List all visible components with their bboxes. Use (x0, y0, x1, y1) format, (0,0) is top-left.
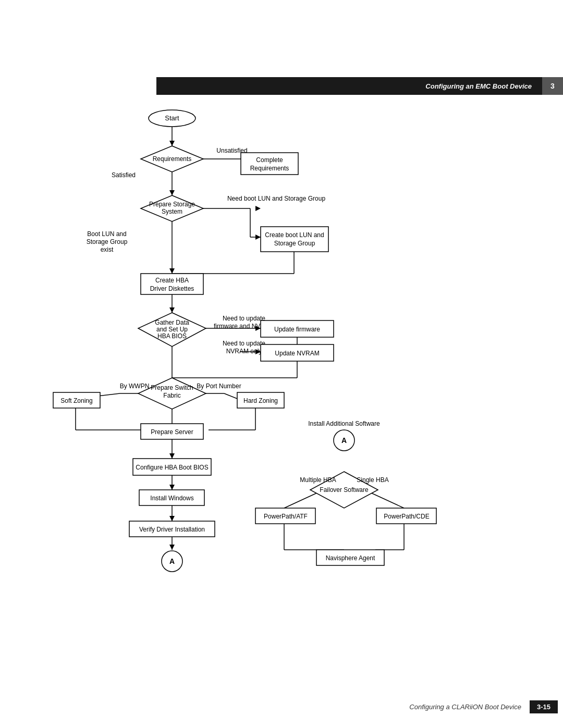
need-nvram-label: Need to update (223, 340, 265, 347)
svg-marker-51 (169, 545, 175, 550)
svg-marker-42 (169, 141, 175, 146)
svg-line-36 (370, 492, 404, 508)
create-hba-label2: Driver Diskettes (150, 285, 194, 292)
single-hba-label: Single HBA (357, 476, 388, 484)
failover-software-label: Failover Software (320, 486, 369, 493)
update-nvram-label: Update NVRAM (275, 350, 319, 357)
verify-driver-label: Verify Driver Installation (139, 526, 205, 533)
svg-marker-45 (169, 307, 175, 313)
need-fw-label: Need to update (223, 315, 265, 322)
svg-rect-64 (261, 227, 328, 252)
svg-marker-44 (169, 268, 175, 274)
update-firmware-label: Update firmware (274, 326, 320, 333)
boot-lun-exist-label: Boot LUN and (87, 230, 126, 238)
create-hba-label: Create HBA (155, 277, 189, 284)
header-bar: Configuring an EMC Boot Device (156, 77, 563, 95)
svg-marker-49 (169, 485, 175, 490)
svg-marker-50 (169, 516, 175, 521)
navisphere-label: Navisphere Agent (326, 554, 375, 562)
chapter-tab: 3 (542, 77, 563, 95)
svg-marker-57 (255, 235, 261, 240)
svg-marker-43 (169, 190, 175, 195)
prepare-server-label: Prepare Server (151, 428, 193, 436)
svg-marker-56 (255, 206, 261, 211)
footer: Configuring a CLARiiON Boot Device 3-15 (0, 700, 563, 713)
footer-text: Configuring a CLARiiON Boot Device (409, 703, 521, 711)
by-port-label: By Port Number (197, 382, 241, 390)
create-boot-lun-label2: Storage Group (274, 240, 315, 247)
gather-data-label3: HBA BIOS (157, 332, 187, 340)
header-title: Configuring an EMC Boot Device (425, 82, 532, 90)
start-label: Start (165, 114, 179, 122)
hard-zoning-label: Hard Zoning (243, 397, 278, 404)
circle-a-left-label: A (169, 557, 175, 565)
gather-data-label: Gather Data (155, 319, 189, 326)
configure-hba-label: Configure HBA Boot BIOS (136, 464, 208, 471)
complete-req-label: Complete (256, 156, 283, 164)
gather-data-label2: and Set Up (156, 326, 188, 333)
satisfied-label: Satisfied (112, 171, 136, 179)
need-nvram-label2: NVRAM only (226, 348, 262, 355)
by-wwpn-label: By WWPN (120, 382, 150, 390)
install-additional-label: Install Additional Software (308, 420, 380, 427)
boot-lun-exist-label3: exist (101, 246, 114, 253)
footer-page: 3-15 (530, 700, 558, 713)
svg-line-35 (284, 492, 318, 508)
powerpath-cde-label: PowerPath/CDE (384, 513, 429, 520)
prepare-switch-label: Prepare Switch (151, 384, 193, 391)
circle-a-right-label: A (341, 436, 347, 445)
prepare-storage-label: Prepare Storage (149, 201, 195, 208)
prepare-storage-label2: System (162, 208, 182, 215)
complete-req-label2: Requirements (250, 165, 289, 172)
soft-zoning-label: Soft Zoning (60, 397, 92, 404)
create-boot-lun-label: Create boot LUN and (265, 231, 324, 239)
powerpath-atf-label: PowerPath/ATF (264, 513, 308, 520)
boot-lun-exist-label2: Storage Group (87, 238, 128, 245)
flowchart: Start Requirements Unsatisfied Complete … (0, 96, 563, 685)
multiple-hba-label: Multiple HBA (300, 476, 336, 484)
prepare-switch-label2: Fabric (163, 392, 180, 399)
svg-marker-48 (169, 453, 175, 459)
install-windows-label: Install Windows (150, 495, 193, 502)
need-boot-lun-label: Need boot LUN and Storage Group (227, 195, 325, 202)
requirements-label: Requirements (153, 155, 192, 163)
svg-line-23 (224, 393, 237, 399)
